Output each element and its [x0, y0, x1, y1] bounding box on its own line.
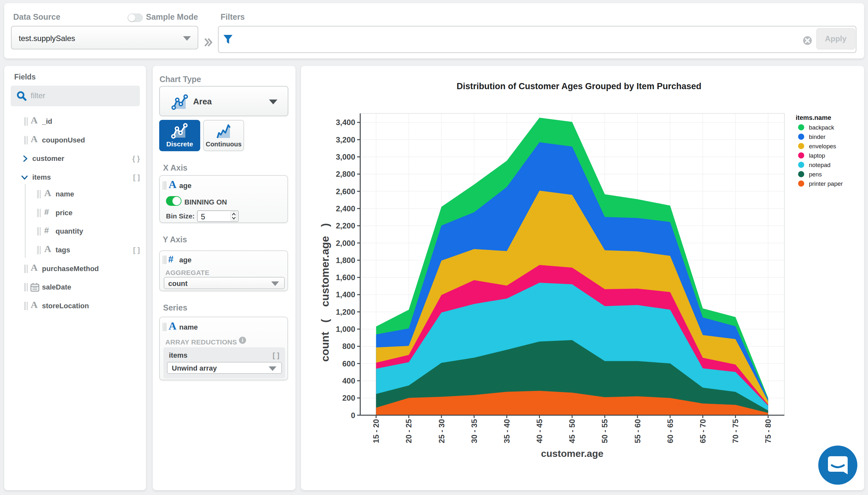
svg-text:backpack: backpack: [809, 124, 834, 131]
svg-text:40 - 45: 40 - 45: [535, 419, 544, 443]
svg-text:Distribution of Customer Ages: Distribution of Customer Ages Grouped by…: [457, 81, 702, 91]
svg-text:count ( customer.age ): count ( customer.age ): [319, 223, 331, 362]
svg-text:2,000: 2,000: [336, 239, 355, 248]
svg-text:envelopes: envelopes: [809, 143, 836, 150]
svg-text:3,000: 3,000: [336, 153, 355, 161]
svg-text:600: 600: [342, 359, 355, 368]
svg-text:pens: pens: [809, 171, 822, 178]
svg-text:binder: binder: [809, 134, 826, 140]
svg-text:1,400: 1,400: [336, 290, 355, 299]
svg-text:notepad: notepad: [809, 161, 831, 168]
svg-text:45 - 50: 45 - 50: [568, 419, 577, 443]
svg-text:0: 0: [351, 411, 355, 420]
svg-text:3,400: 3,400: [336, 118, 355, 127]
svg-text:3,200: 3,200: [336, 135, 355, 144]
svg-text:65 - 70: 65 - 70: [698, 419, 707, 443]
svg-text:2,400: 2,400: [336, 204, 355, 213]
svg-text:2,600: 2,600: [336, 187, 355, 196]
svg-text:200: 200: [342, 394, 355, 402]
svg-text:2,800: 2,800: [336, 170, 355, 178]
svg-text:1,200: 1,200: [336, 308, 355, 316]
svg-text:55 - 60: 55 - 60: [633, 419, 642, 443]
svg-text:items.name: items.name: [796, 114, 831, 121]
svg-text:50 - 55: 50 - 55: [600, 419, 609, 443]
svg-text:1,600: 1,600: [336, 273, 355, 282]
svg-text:printer paper: printer paper: [809, 180, 843, 187]
svg-text:1,000: 1,000: [336, 325, 355, 334]
svg-text:800: 800: [342, 342, 355, 351]
svg-text:70 - 75: 70 - 75: [731, 419, 740, 443]
svg-text:2,200: 2,200: [336, 221, 355, 230]
svg-text:60 - 65: 60 - 65: [666, 419, 675, 443]
svg-text:15 - 20: 15 - 20: [372, 419, 380, 443]
svg-text:laptop: laptop: [809, 152, 825, 159]
svg-text:customer.age: customer.age: [541, 448, 603, 459]
svg-text:20 - 25: 20 - 25: [404, 419, 413, 443]
svg-text:30 - 35: 30 - 35: [470, 419, 479, 443]
svg-text:400: 400: [342, 376, 355, 385]
svg-text:25 - 30: 25 - 30: [437, 419, 446, 443]
svg-text:1,800: 1,800: [336, 256, 355, 264]
svg-text:75 - 80: 75 - 80: [764, 419, 773, 443]
svg-text:35 - 40: 35 - 40: [502, 419, 511, 443]
